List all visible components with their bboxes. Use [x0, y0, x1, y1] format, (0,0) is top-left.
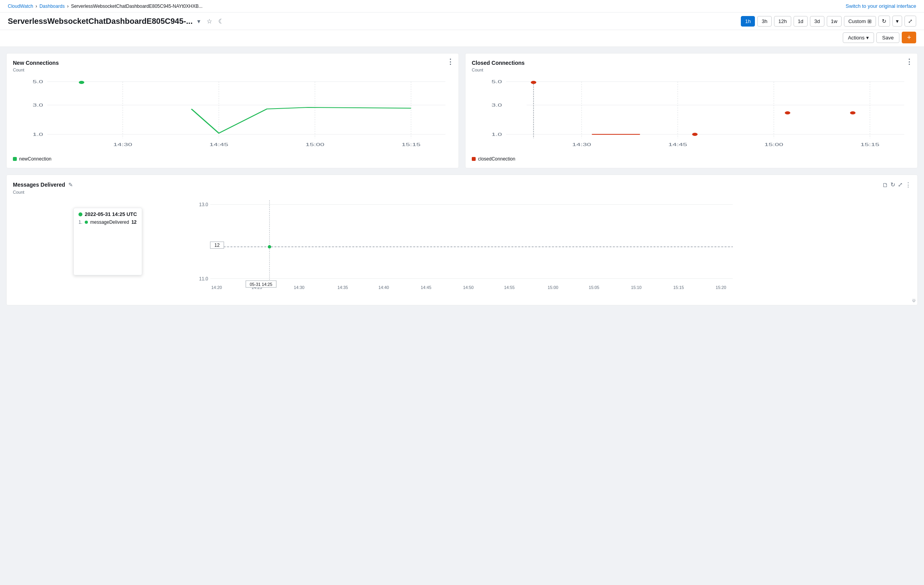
- messages-refresh-btn[interactable]: ↻: [890, 181, 895, 188]
- tooltip-dot: [78, 212, 82, 216]
- messages-doc-btn[interactable]: 🗋: [882, 182, 888, 188]
- refresh-btn[interactable]: ↻: [878, 16, 890, 27]
- refresh-dropdown-btn[interactable]: ▾: [892, 16, 902, 27]
- time-btn-12h[interactable]: 12h: [774, 16, 791, 27]
- svg-text:14:55: 14:55: [504, 285, 515, 290]
- time-btn-3d[interactable]: 3d: [810, 16, 824, 27]
- svg-text:14:30: 14:30: [113, 142, 132, 147]
- svg-text:15:00: 15:00: [305, 142, 325, 147]
- svg-text:15:20: 15:20: [715, 285, 726, 290]
- messages-delivered-svg: 13.0 11.0 12 14:20 14:25 14:30 14:35 14:…: [13, 196, 911, 298]
- closed-connections-card: Closed Connections Count ⋮ 5.0 3.0 1.0 1…: [465, 53, 918, 168]
- custom-time-btn[interactable]: Custom ⊞: [844, 16, 876, 27]
- new-connections-title: New Connections: [13, 60, 452, 66]
- svg-text:11.0: 11.0: [199, 276, 209, 282]
- closed-connections-legend-label: closedConnection: [478, 156, 515, 162]
- svg-text:15:00: 15:00: [548, 285, 558, 290]
- closed-connections-legend: closedConnection: [472, 156, 911, 162]
- svg-text:15:15: 15:15: [673, 285, 684, 290]
- tooltip-metric-value: 12: [131, 219, 136, 225]
- svg-text:14:35: 14:35: [337, 285, 348, 290]
- messages-y-label: Count: [13, 190, 911, 194]
- custom-label: Custom: [848, 18, 866, 24]
- save-button[interactable]: Save: [876, 32, 900, 43]
- messages-delivered-card: Messages Delivered ✎ 🗋 ↻ ⤢ ⋮ Count 13.0 …: [6, 175, 918, 305]
- svg-text:12: 12: [214, 243, 220, 248]
- dashboard-title: ServerlessWebsocketChatDashboardE805C945…: [8, 17, 193, 26]
- time-btn-1d[interactable]: 1d: [794, 16, 808, 27]
- title-icons: ▾ ☆ ☾: [196, 17, 225, 26]
- svg-text:14:40: 14:40: [378, 285, 389, 290]
- messages-chart-container: 13.0 11.0 12 14:20 14:25 14:30 14:35 14:…: [13, 196, 911, 299]
- title-left: ServerlessWebsocketChatDashboardE805C945…: [8, 17, 225, 26]
- tooltip-metric-label: messageDelivered: [90, 219, 129, 225]
- svg-text:13.0: 13.0: [199, 202, 209, 207]
- new-connections-more-btn[interactable]: ⋮: [447, 58, 454, 65]
- svg-text:5.0: 5.0: [491, 79, 502, 84]
- svg-text:3.0: 3.0: [32, 103, 43, 107]
- new-connections-legend-dot: [13, 157, 17, 161]
- svg-point-33: [785, 111, 790, 114]
- svg-text:14:50: 14:50: [463, 285, 474, 290]
- breadcrumb-sep-1: ›: [36, 4, 37, 9]
- charts-row: New Connections Count ⋮ 5.0 3.0 1.0 14:3…: [6, 53, 918, 168]
- closed-connections-svg: 5.0 3.0 1.0 14:30 14:45 15:00 15:15: [472, 74, 911, 152]
- breadcrumb-dashboards[interactable]: Dashboards: [39, 4, 65, 9]
- closed-connections-y-label: Count: [472, 68, 911, 72]
- tooltip-time: 2022-05-31 14:25 UTC: [85, 211, 137, 217]
- svg-text:14:45: 14:45: [421, 285, 431, 290]
- resize-handle[interactable]: ⟱: [912, 298, 916, 303]
- custom-calendar-icon: ⊞: [867, 18, 872, 24]
- dropdown-icon-btn[interactable]: ▾: [196, 17, 202, 26]
- toolbar-row2: Actions ▾ Save +: [0, 30, 924, 47]
- svg-point-14: [79, 81, 84, 84]
- svg-text:14:45: 14:45: [668, 142, 687, 147]
- time-btn-3h[interactable]: 3h: [757, 16, 771, 27]
- breadcrumb: CloudWatch › Dashboards › ServerlessWebs…: [8, 4, 203, 9]
- new-connections-legend-label: newConnection: [19, 156, 52, 162]
- svg-point-32: [692, 133, 697, 136]
- closed-connections-legend-dot: [472, 157, 476, 161]
- darkmode-icon-btn[interactable]: ☾: [217, 17, 225, 26]
- new-connections-legend: newConnection: [13, 156, 452, 162]
- actions-button[interactable]: Actions ▾: [843, 32, 874, 43]
- svg-text:14:30: 14:30: [294, 285, 304, 290]
- messages-edit-btn[interactable]: ✎: [68, 182, 73, 188]
- new-connections-chart: 5.0 3.0 1.0 14:30 14:45 15:00 15:15: [13, 74, 452, 153]
- svg-text:5.0: 5.0: [32, 79, 43, 84]
- svg-text:14:30: 14:30: [572, 142, 591, 147]
- svg-text:1.0: 1.0: [32, 132, 43, 137]
- svg-text:1.0: 1.0: [491, 132, 502, 137]
- breadcrumb-sep-2: ›: [67, 4, 69, 9]
- messages-title-row: Messages Delivered ✎ 🗋 ↻ ⤢ ⋮: [13, 181, 911, 188]
- svg-text:05-31 14:25: 05-31 14:25: [250, 282, 273, 287]
- time-btn-1w[interactable]: 1w: [827, 16, 842, 27]
- new-connections-svg: 5.0 3.0 1.0 14:30 14:45 15:00 15:15: [13, 74, 452, 152]
- svg-text:15:15: 15:15: [860, 142, 879, 147]
- breadcrumb-current: ServerlessWebsocketChatDashboardE805C945…: [71, 4, 203, 9]
- messages-more-btn[interactable]: ⋮: [905, 181, 911, 188]
- breadcrumb-cloudwatch[interactable]: CloudWatch: [8, 4, 33, 9]
- switch-interface-link[interactable]: Switch to your original interface: [846, 3, 916, 9]
- fullscreen-btn[interactable]: ⤢: [904, 16, 916, 27]
- svg-text:14:45: 14:45: [209, 142, 228, 147]
- messages-title-left: Messages Delivered ✎: [13, 182, 73, 188]
- new-connections-y-label: Count: [13, 68, 452, 72]
- messages-fullscreen-btn[interactable]: ⤢: [898, 181, 903, 188]
- messages-toolbar: 🗋 ↻ ⤢ ⋮: [882, 181, 911, 188]
- tooltip-metric-dot: [85, 221, 88, 224]
- tooltip-index: 1.: [78, 219, 82, 225]
- tooltip-box: 2022-05-31 14:25 UTC 1. messageDelivered…: [73, 208, 142, 275]
- closed-connections-more-btn[interactable]: ⋮: [906, 58, 913, 65]
- actions-label: Actions: [848, 35, 865, 41]
- title-bar: ServerlessWebsocketChatDashboardE805C945…: [0, 12, 924, 30]
- svg-text:3.0: 3.0: [491, 103, 502, 107]
- svg-point-30: [531, 81, 536, 84]
- closed-connections-title: Closed Connections: [472, 60, 911, 66]
- svg-point-57: [268, 245, 271, 249]
- messages-title: Messages Delivered: [13, 182, 65, 188]
- title-right: 1h 3h 12h 1d 3d 1w Custom ⊞ ↻ ▾ ⤢: [741, 16, 916, 27]
- time-btn-1h[interactable]: 1h: [741, 16, 755, 27]
- add-widget-button[interactable]: +: [902, 32, 916, 43]
- favorite-icon-btn[interactable]: ☆: [205, 17, 214, 26]
